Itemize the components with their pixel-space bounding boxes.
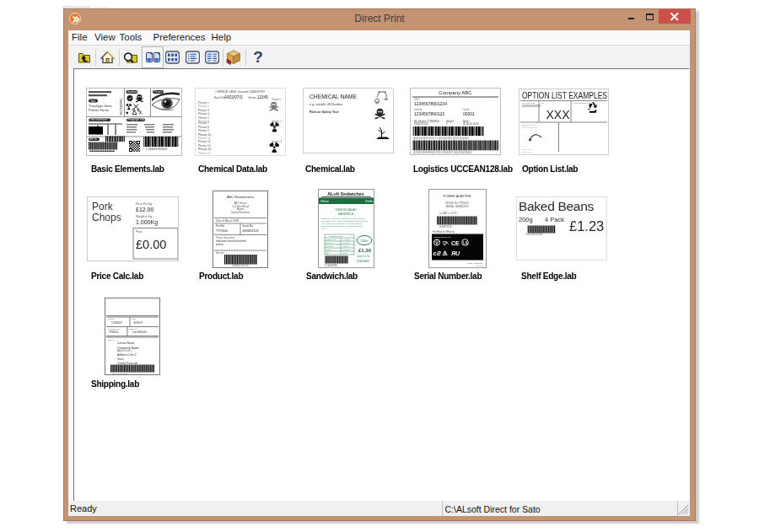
svg-text:150e: 150e <box>361 239 369 243</box>
svg-text:TTP2000: TTP2000 <box>216 228 228 232</box>
svg-text:Paragraph Text: Paragraph Text <box>128 118 145 121</box>
svg-text:OPTION LIST EXAMPLES: OPTION LIST EXAMPLES <box>522 90 607 100</box>
svg-text:Risk an Safety Text: Risk an Safety Text <box>310 110 339 114</box>
svg-text:Graphic 3: Graphic 3 <box>272 140 283 143</box>
svg-text:Price Per Kg: Price Per Kg <box>136 202 152 206</box>
svg-text:Fat g: Fat g <box>326 252 331 254</box>
svg-text:Address Line 1: Address Line 1 <box>117 349 132 352</box>
svg-text:Weight in Kg: Weight in Kg <box>136 215 152 218</box>
svg-text:Radio none: Radio none <box>522 148 532 150</box>
svg-text:ALoft Sndwiches: ALoft Sndwiches <box>327 191 364 196</box>
svg-text:4698822158: 4698822158 <box>243 228 259 232</box>
svg-text:nnnn845136: nnnn845136 <box>132 330 147 334</box>
svg-text:Text Option List: Text Option List <box>522 101 535 103</box>
svg-text:AH00A7D: AH00A7D <box>474 265 482 266</box>
svg-text:Graphics Option List: Graphics Option List <box>573 101 590 103</box>
svg-text:County Streetham: County Streetham <box>231 210 250 213</box>
svg-text:Energy kJ: Energy kJ <box>326 242 334 244</box>
svg-text:For More or Office Ip: For More or Office Ip <box>433 230 455 234</box>
svg-text:30/1/07: 30/1/07 <box>133 321 143 325</box>
svg-text:4 Pack: 4 Pack <box>545 216 564 223</box>
svg-text:XXXXXXXXXXX: XXXXXXXXXXX <box>522 105 541 108</box>
svg-text:UL: UL <box>463 240 469 245</box>
svg-text:♥: ♥ <box>442 239 446 247</box>
svg-text:CE: CE <box>451 240 460 246</box>
svg-text:ЯU: ЯU <box>450 250 460 256</box>
svg-text:Option Cycle 1-2: Option Cycle 1-2 <box>522 124 536 126</box>
svg-text:ABC Maintenance: ABC Maintenance <box>227 195 255 199</box>
svg-text:£12.00: £12.00 <box>136 207 154 212</box>
svg-text:Phrase 3: Phrase 3 <box>198 109 209 112</box>
svg-text:B/F 45: B/F 45 <box>90 137 98 141</box>
svg-text:Carry Out On: Carry Out On <box>357 255 370 258</box>
svg-text:Offerton: Offerton <box>320 200 329 203</box>
svg-text:Phrase 14: Phrase 14 <box>198 148 212 151</box>
svg-text:£1.23: £1.23 <box>569 218 604 234</box>
svg-text:POWER ADAPTER: POWER ADAPTER <box>443 195 471 198</box>
svg-text:(Date of Manuf: 1998): (Date of Manuf: 1998) <box>216 218 239 222</box>
svg-text:Phrase 7: Phrase 7 <box>198 121 209 125</box>
svg-text:GM, c: GM, c <box>321 228 327 230</box>
svg-text:5 112016785: 5 112016785 <box>325 264 338 267</box>
svg-text:S'Helds: S'Helds <box>365 200 374 203</box>
svg-text:A302/07/S: A302/07/S <box>224 95 242 99</box>
svg-text:Ship to:: Ship to: <box>108 339 115 341</box>
svg-text:Picture: Picture <box>154 90 163 94</box>
svg-text:Part No: Part No <box>216 224 225 228</box>
svg-text:CHEMICAL NAME: CHEMICAL NAME <box>310 93 357 100</box>
svg-text:Phrase 9: Phrase 9 <box>198 129 209 132</box>
svg-text:Am 100g: Am 100g <box>342 239 351 240</box>
svg-text:SERIAL: 4698822158: SERIAL: 4698822158 <box>445 205 469 208</box>
svg-text:12 34 567 890123: 12 34 567 890123 <box>112 373 127 374</box>
svg-text:Phrase 2: Phrase 2 <box>198 105 209 108</box>
svg-text:Auto-Key Connect: Auto-Key Connect <box>522 126 537 128</box>
svg-text:12345: 12345 <box>257 95 268 99</box>
svg-text:cƧ: cƧ <box>433 250 440 257</box>
svg-text:200g: 200g <box>519 216 533 223</box>
svg-text:Product description:: Product description: <box>216 235 235 239</box>
svg-text:Phrase 13: Phrase 13 <box>198 144 211 148</box>
svg-text:*123456*: *123456* <box>110 141 119 144</box>
svg-text:Part no: Part no <box>108 318 115 320</box>
svg-text:P38001: P38001 <box>110 330 119 334</box>
svg-text:SANDWICH: SANDWICH <box>338 212 354 216</box>
svg-text:CHEMICAL LABEL (example) DATA: CHEMICAL LABEL (example) DATA ENTRY <box>216 90 266 94</box>
svg-text:Chops: Chops <box>92 212 121 223</box>
svg-text:Town: Town <box>117 357 124 361</box>
svg-text:Lines and boxes: Lines and boxes <box>90 118 109 121</box>
svg-text:£1.30: £1.30 <box>358 248 372 253</box>
svg-text:(02)13012345678909 (37)25 (15): (02)13012345678909 (37)25 (15)190207 (10… <box>413 151 472 154</box>
svg-text:5 012345 67890: 5 012345 67890 <box>525 233 543 236</box>
svg-text:Phrase 4: Phrase 4 <box>198 112 209 116</box>
svg-text:Typical Value: Typical Value <box>326 239 337 240</box>
svg-text:£0.00: £0.00 <box>136 237 166 250</box>
svg-text:13.8 20.1: 13.8 20.1 <box>342 249 351 250</box>
svg-text:Phrase 11: Phrase 11 <box>198 137 211 140</box>
svg-text:9.8 2.6: 9.8 2.6 <box>342 245 348 247</box>
svg-text:Address Line 2: Address Line 2 <box>117 353 137 357</box>
svg-text:Symbols: Symbols <box>127 90 138 94</box>
svg-text:?: ? <box>253 50 263 65</box>
svg-text:12345678901234: 12345678901234 <box>414 101 447 106</box>
svg-text:1234567890123: 1234567890123 <box>414 111 444 116</box>
svg-text:Graphic 1: Graphic 1 <box>272 98 283 101</box>
svg-text:Nutrition Values: Nutrition Values <box>330 235 343 237</box>
svg-text:ID: ID <box>541 102 544 104</box>
svg-text:Volume:: Volume: <box>248 96 257 99</box>
svg-text:4698822158: 4698822158 <box>439 225 452 228</box>
svg-text:1 234567 890123: 1 234567 890123 <box>146 147 167 150</box>
svg-text:= 24V = 3.75: = 24V = 3.75 <box>439 212 457 215</box>
svg-text:190207/2010: 190207/2010 <box>414 122 428 126</box>
svg-text:1.000Kg: 1.000Kg <box>136 219 158 226</box>
svg-text:00 00 00 00 00: 00 00 00 00 00 <box>463 122 479 126</box>
svg-text:0698822158228: 0698822158228 <box>233 264 249 267</box>
svg-text:Baked Beans: Baked Beans <box>519 199 594 213</box>
svg-text:Carbo g: Carbo g <box>326 249 333 250</box>
svg-text:e.g. suitable UN Number: e.g. suitable UN Number <box>310 103 343 106</box>
svg-text:Serial No: Serial No <box>243 224 254 228</box>
svg-text:Phrase 8: Phrase 8 <box>198 126 209 129</box>
svg-text:♥: ♥ <box>126 110 129 116</box>
svg-text:Phrase 15: Phrase 15 <box>198 152 211 155</box>
svg-text:Print count: Print count <box>522 151 531 153</box>
svg-text:00001: 00001 <box>463 111 475 116</box>
